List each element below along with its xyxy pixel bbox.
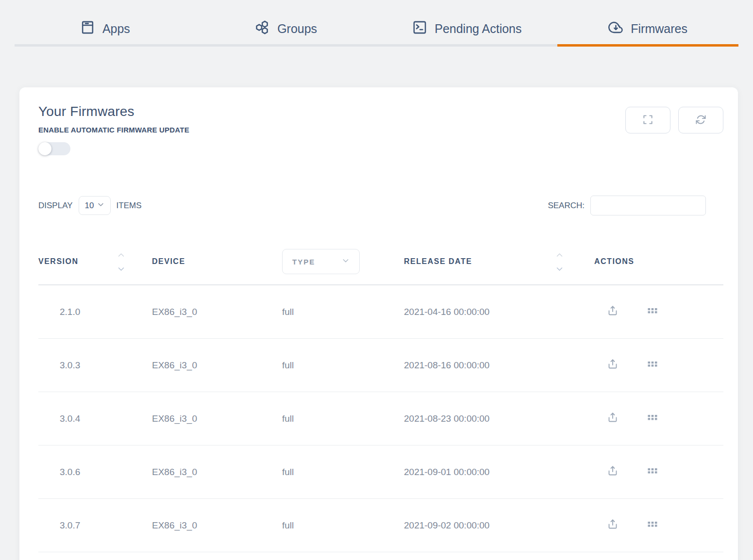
cell-actions: [564, 305, 723, 319]
sort-version-control[interactable]: [117, 250, 125, 273]
fullscreen-icon: [642, 114, 653, 127]
tab-apps[interactable]: Apps: [15, 0, 196, 47]
page-title: Your Firmwares: [38, 104, 189, 119]
table-row: 3.0.7 EX86_i3_0 full 2021-09-02 00:00:00: [38, 499, 723, 552]
grid-dots-icon: [647, 518, 658, 532]
cell-actions: [564, 465, 723, 479]
upload-firmware-button[interactable]: [607, 305, 619, 319]
more-actions-button[interactable]: [647, 305, 658, 319]
cell-actions: [564, 518, 723, 532]
more-actions-button[interactable]: [647, 465, 658, 479]
tab-label: Firmwares: [631, 22, 687, 36]
more-actions-button[interactable]: [647, 358, 658, 372]
chevron-down-icon: [342, 257, 350, 266]
cell-actions: [564, 358, 723, 372]
search-label: SEARCH:: [548, 201, 585, 211]
cell-version: 3.0.4: [38, 413, 152, 424]
search-input[interactable]: [590, 196, 706, 215]
cell-release-date: 2021-09-02 00:00:00: [404, 520, 564, 531]
tab-bar: Apps Groups Pending Actions Firmwares: [15, 0, 738, 47]
cloud-download-icon: [608, 20, 623, 38]
sort-release-date-control[interactable]: [556, 250, 563, 273]
items-per-page-select[interactable]: 10: [79, 196, 111, 215]
table-header: VERSION DEVICE TYPE RELEASE DATE ACTIONS: [38, 239, 723, 285]
grid-dots-icon: [647, 412, 658, 426]
cell-device: EX86_i3_0: [152, 467, 282, 478]
type-filter-dropdown[interactable]: TYPE: [282, 249, 360, 274]
cell-actions: [564, 412, 723, 426]
tab-label: Groups: [277, 22, 317, 36]
hexagon-cluster-icon: [255, 20, 270, 38]
chevron-down-icon: [97, 201, 104, 211]
tab-label: Pending Actions: [435, 22, 521, 36]
column-header-device: DEVICE: [152, 257, 282, 266]
upload-firmware-button[interactable]: [607, 358, 619, 372]
column-header-version: VERSION: [38, 250, 152, 273]
more-actions-button[interactable]: [647, 412, 658, 426]
terminal-icon: [412, 20, 427, 38]
upload-firmware-button[interactable]: [607, 518, 619, 532]
cell-type: full: [282, 467, 404, 478]
grid-dots-icon: [647, 305, 658, 319]
tab-label: Apps: [102, 22, 130, 36]
upload-firmware-button[interactable]: [607, 465, 619, 479]
cell-device: EX86_i3_0: [152, 520, 282, 531]
sort-ascending-icon: [556, 250, 563, 259]
display-label: DISPLAY: [38, 201, 73, 211]
cell-device: EX86_i3_0: [152, 413, 282, 424]
column-header-actions: ACTIONS: [564, 257, 723, 266]
upload-icon: [607, 465, 619, 479]
table-row: 3.0.6 EX86_i3_0 full 2021-09-01 00:00:00: [38, 445, 723, 499]
upload-icon: [607, 305, 619, 319]
tab-pending-actions[interactable]: Pending Actions: [377, 0, 558, 47]
tab-firmwares[interactable]: Firmwares: [557, 0, 738, 47]
cell-type: full: [282, 413, 404, 424]
column-header-release-date: RELEASE DATE: [404, 250, 564, 273]
items-per-page-value: 10: [85, 201, 94, 211]
cell-release-date: 2021-08-23 00:00:00: [404, 413, 564, 424]
sort-ascending-icon: [117, 250, 125, 259]
table-row: 3.0.4 EX86_i3_0 full 2021-08-23 00:00:00: [38, 392, 723, 445]
upload-icon: [607, 358, 619, 372]
cell-version: 3.0.7: [38, 520, 152, 531]
grid-dots-icon: [647, 465, 658, 479]
upload-icon: [607, 518, 619, 532]
table-row: 2.1.0 EX86_i3_0 full 2021-04-16 00:00:00: [38, 285, 723, 339]
table-body: 2.1.0 EX86_i3_0 full 2021-04-16 00:00:00: [38, 285, 723, 552]
cell-type: full: [282, 307, 404, 317]
sort-descending-icon: [117, 264, 125, 273]
refresh-icon: [695, 114, 706, 127]
upload-icon: [607, 412, 619, 426]
table-row: 3.0.3 EX86_i3_0 full 2021-08-16 00:00:00: [38, 339, 723, 392]
fullscreen-button[interactable]: [625, 107, 670, 133]
cell-type: full: [282, 360, 404, 371]
cell-version: 3.0.3: [38, 360, 152, 371]
tab-groups[interactable]: Groups: [196, 0, 377, 47]
cell-device: EX86_i3_0: [152, 360, 282, 371]
column-header-type: TYPE: [282, 249, 404, 274]
cell-type: full: [282, 520, 404, 531]
refresh-button[interactable]: [678, 107, 723, 133]
cell-release-date: 2021-09-01 00:00:00: [404, 467, 564, 478]
cell-version: 2.1.0: [38, 307, 152, 317]
upload-firmware-button[interactable]: [607, 412, 619, 426]
cell-release-date: 2021-08-16 00:00:00: [404, 360, 564, 371]
auto-update-label: ENABLE AUTOMATIC FIRMWARE UPDATE: [38, 126, 189, 134]
firmwares-panel: Your Firmwares ENABLE AUTOMATIC FIRMWARE…: [19, 87, 738, 560]
cell-release-date: 2021-04-16 00:00:00: [404, 307, 564, 317]
sort-descending-icon: [556, 264, 563, 273]
items-label: ITEMS: [117, 201, 142, 211]
more-actions-button[interactable]: [647, 518, 658, 532]
automatic-update-toggle[interactable]: [38, 142, 70, 155]
toggle-knob: [38, 142, 51, 155]
cell-version: 3.0.6: [38, 467, 152, 478]
archive-box-icon: [80, 20, 95, 38]
grid-dots-icon: [647, 358, 658, 372]
cell-device: EX86_i3_0: [152, 307, 282, 317]
